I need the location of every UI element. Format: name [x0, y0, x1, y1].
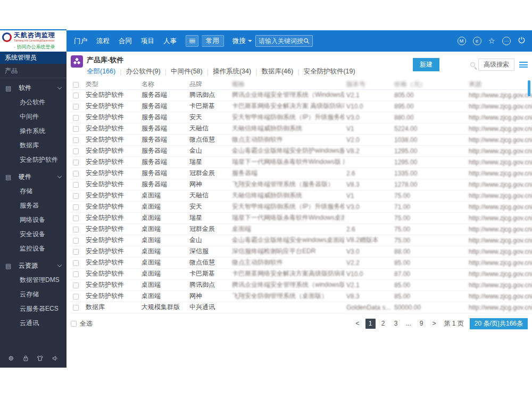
row-checkbox[interactable]	[73, 137, 79, 143]
tab-1[interactable]: 全部(166)	[87, 67, 115, 76]
oa-login-link[interactable]: · 协同办公系统登录	[2, 44, 64, 51]
row-checkbox[interactable]	[73, 182, 79, 188]
row-checkbox[interactable]	[73, 305, 79, 311]
nav-item-3[interactable]: 合同	[119, 37, 132, 46]
sidebar-item-云存储[interactable]: 云存储	[0, 287, 66, 302]
table-row[interactable]: 安全防护软件桌面端卡巴斯基卡巴斯基网络安全解决方案高级版防病毒 +O...V10…	[71, 268, 532, 279]
row-checkbox[interactable]	[73, 294, 79, 300]
table-row[interactable]: 安全防护软件桌面端天融信天融信终端威胁防御系统V175.00http://www…	[71, 190, 532, 201]
sidebar-group-header-3[interactable]: ▤云资源	[0, 259, 66, 273]
header-checkbox[interactable]	[73, 82, 79, 88]
row-checkbox[interactable]	[73, 215, 79, 221]
theme-shirt-icon[interactable]	[37, 354, 43, 362]
table-row[interactable]: 安全防护软件服务器端安天安天智甲终端防御系统（IP）升级服务模块V3.0880.…	[71, 112, 532, 123]
sidebar-section-product[interactable]: 产品	[0, 64, 66, 78]
row-checkbox[interactable]	[73, 93, 79, 98]
page-button-3[interactable]: 3	[391, 319, 401, 329]
table-row[interactable]: 安全防护软件服务器端腾讯御点腾讯企业终端安全管理系统（Windows版）V2.1…	[71, 89, 532, 101]
power-icon[interactable]	[518, 36, 526, 46]
nav-item-1[interactable]: 门户	[74, 37, 87, 46]
settings-gear-icon[interactable]	[8, 354, 14, 362]
table-row[interactable]: 安全防护软件服务器端网神飞翔安全终端管理系统（服务器版）V8.31278.00h…	[71, 179, 532, 190]
global-search-input[interactable]	[259, 37, 303, 45]
tab-4[interactable]: 操作系统(34)	[213, 67, 251, 76]
sidebar-item-云服务器ECS[interactable]: 云服务器ECS	[0, 302, 66, 316]
page-button-...[interactable]: ...	[404, 319, 414, 329]
page-button-1[interactable]: 1	[365, 319, 376, 329]
row-checkbox[interactable]	[73, 260, 79, 266]
page-button-9[interactable]: 9	[417, 319, 427, 329]
lock-icon[interactable]	[23, 354, 29, 362]
new-button[interactable]: 新建	[413, 58, 439, 71]
nav-item-frequent[interactable]: 常用	[202, 35, 224, 47]
menu-grid-icon[interactable]	[186, 35, 198, 47]
sidebar-item-中间件[interactable]: 中间件	[0, 110, 66, 124]
table-search-input[interactable]	[445, 61, 470, 69]
row-checkbox[interactable]	[73, 104, 79, 110]
ellipsis-circle-icon[interactable]: ···	[502, 37, 511, 45]
advanced-search-button[interactable]: 高级搜索	[478, 59, 514, 71]
table-row[interactable]: 安全防护软件桌面端网神飞翔安全防御管理系统（桌面版）V8.385.00http:…	[71, 290, 532, 302]
table-row[interactable]: 安全防护软件桌面端瑞星瑞星下一代网络版杀毒软件Windows桌面端75.00ht…	[71, 212, 532, 223]
table-row[interactable]: 安全防护软件服务器端瑞星瑞星下一代网络版杀毒软件Windows版 服务器端129…	[71, 156, 532, 168]
nav-item-2[interactable]: 流程	[96, 37, 110, 46]
table-row[interactable]: 安全防护软件桌面端安天安天智甲终端防御系统（IP）升级服务模块V3.071.00…	[71, 201, 532, 212]
table-row[interactable]: 安全防护软件桌面端深信服深信服终端检测响应平台EDRV3.088.00http:…	[71, 246, 532, 257]
select-all-checkbox[interactable]	[71, 321, 77, 327]
search-icon[interactable]	[470, 62, 475, 67]
page-button-<[interactable]: <	[353, 319, 363, 329]
page-jump-label[interactable]: 第 1 页	[444, 319, 464, 328]
row-checkbox[interactable]	[73, 126, 79, 132]
vertical-scrollbar-thumb[interactable]	[528, 80, 530, 96]
table-row[interactable]: 安全防护软件服务器端卡巴斯基卡巴斯基网络安全解决方案 高级版防病毒软...V10…	[71, 101, 532, 112]
sidebar-item-存储[interactable]: 存储	[0, 184, 66, 198]
row-checkbox[interactable]	[73, 238, 79, 244]
tab-6[interactable]: 安全防护软件(19)	[303, 67, 355, 76]
nav-item-4[interactable]: 项目	[141, 37, 154, 46]
table-row[interactable]: 安全防护软件服务器端天融信天融信终端威胁防御系统V15224.00http://…	[71, 123, 532, 134]
sidebar-item-办公软件[interactable]: 办公软件	[0, 95, 66, 110]
sidebar-group-header-2[interactable]: ▤硬件	[0, 170, 66, 184]
sidebar-item-数据库[interactable]: 数据库	[0, 138, 66, 153]
row-checkbox[interactable]	[73, 148, 79, 154]
sidebar-group-header-1[interactable]: ▤软件	[0, 81, 66, 95]
sidebar-item-安全防护软件[interactable]: 安全防护软件	[0, 153, 66, 167]
list-view-icon[interactable]	[519, 61, 528, 69]
star-icon[interactable]: ☆	[488, 36, 495, 46]
select-all-control[interactable]: 全选	[71, 319, 93, 328]
table-row[interactable]: 安全防护软件服务器端微点佰慧微点主动防御软件V2.01038.00http://…	[71, 134, 532, 145]
table-row[interactable]: 安全防护软件桌面端腾讯御点腾讯企业终端安全管理系统（windows版）V2.1V…	[71, 279, 532, 290]
table-row[interactable]: 安全防护软件服务器端金山金山毒霸企业版终端安全防护windows服务器端V8.2…	[71, 145, 532, 156]
search-icon[interactable]	[303, 38, 310, 44]
table-row[interactable]: 数据库大规模集群版中兴通讯GoldenData s...50000.00http…	[71, 302, 532, 313]
tab-5[interactable]: 数据库(46)	[261, 67, 293, 76]
search-scope-dropdown[interactable]: 微搜	[232, 37, 252, 46]
row-checkbox[interactable]	[73, 115, 79, 121]
row-checkbox[interactable]	[73, 171, 79, 177]
row-checkbox[interactable]	[73, 227, 79, 232]
table-row[interactable]: 安全防护软件服务器端冠群金辰服务器端2.61335.00http://www.z…	[71, 168, 532, 179]
row-checkbox[interactable]	[73, 193, 79, 199]
table-row[interactable]: 安全防护软件桌面端金山金山毒霸企业版终端安全windows桌面端V8.2赠版本7…	[71, 235, 532, 246]
sidebar-item-服务器[interactable]: 服务器	[0, 198, 66, 213]
nav-item-5[interactable]: 人事	[163, 37, 177, 46]
row-checkbox[interactable]	[73, 271, 79, 277]
row-checkbox[interactable]	[73, 160, 79, 165]
sound-speaker-icon[interactable]	[52, 354, 59, 362]
page-size-badge[interactable]: 20 条/页|共166条	[470, 318, 528, 329]
table-row[interactable]: 安全防护软件桌面端微点佰慧微点主动防御软件V2.285.00http://www…	[71, 257, 532, 268]
page-button-2[interactable]: 2	[378, 319, 388, 329]
table-row[interactable]: 安全防护软件桌面端冠群金辰桌面端2.675.00http://www.zjcg.…	[71, 223, 532, 235]
sidebar-item-数据管理DMS[interactable]: 数据管理DMS	[0, 273, 66, 287]
m-badge-icon[interactable]: M	[458, 37, 466, 45]
sidebar-item-网络设备[interactable]: 网络设备	[0, 213, 66, 227]
sidebar-item-监控设备[interactable]: 监控设备	[0, 242, 66, 256]
tab-3[interactable]: 中间件(58)	[171, 67, 203, 76]
tab-2[interactable]: 办公软件(9)	[126, 67, 160, 76]
sidebar-item-云通讯[interactable]: 云通讯	[0, 316, 66, 330]
sidebar-item-安全设备[interactable]: 安全设备	[0, 227, 66, 242]
row-checkbox[interactable]	[73, 204, 79, 210]
page-button->[interactable]: >	[429, 319, 439, 329]
row-checkbox[interactable]	[73, 282, 79, 288]
e-badge-icon[interactable]: e	[473, 37, 481, 45]
